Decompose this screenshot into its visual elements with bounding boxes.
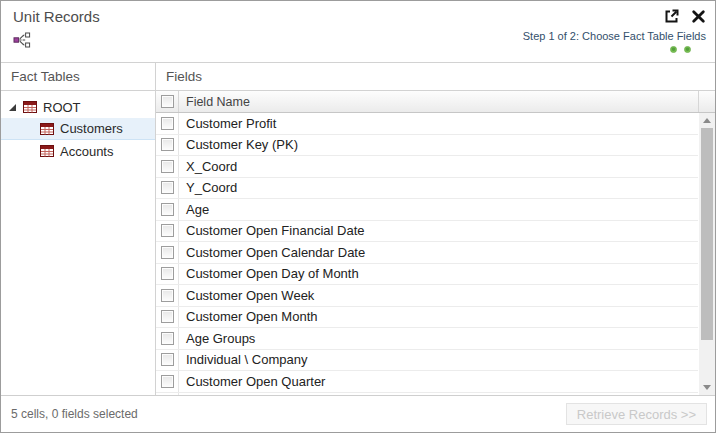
tree-item-label: Accounts — [60, 144, 113, 159]
field-name-label: Individual \ Company — [179, 350, 698, 371]
field-name-label: X_Coord — [179, 156, 698, 177]
checkbox-cell — [156, 242, 179, 263]
field-name-label: Y_Coord — [179, 178, 698, 199]
checkbox-cell — [156, 393, 179, 396]
main-area: Fact Tables ROOT — [1, 62, 715, 395]
fields-panel: Fields Field Name Customer Profit Custom… — [156, 63, 715, 395]
field-name-label: Customer Open Calendar Date — [179, 242, 698, 263]
field-checkbox[interactable] — [161, 353, 174, 366]
step-label: Step 1 of 2: Choose Fact Table Fields — [523, 30, 706, 42]
scrollbar-thumb[interactable] — [701, 128, 713, 340]
scroll-up-icon[interactable] — [699, 113, 715, 128]
tree-children: Customers Accounts — [1, 118, 155, 162]
dialog-header: Unit Records — [1, 1, 715, 62]
table-row[interactable]: Customer Open Quarter — [156, 371, 698, 393]
field-name-label — [179, 393, 698, 396]
field-checkbox[interactable] — [161, 375, 174, 388]
field-checkbox[interactable] — [161, 203, 174, 216]
share-network-icon[interactable] — [13, 32, 31, 48]
checkbox-cell — [156, 199, 179, 220]
fact-tables-panel-title: Fact Tables — [1, 63, 155, 91]
field-checkbox[interactable] — [161, 246, 174, 259]
field-name-label: Age Groups — [179, 328, 698, 349]
table-grid-icon — [23, 101, 37, 113]
checkbox-cell — [156, 135, 179, 156]
fields-panel-title: Fields — [156, 63, 715, 91]
page-title: Unit Records — [13, 8, 100, 25]
field-checkbox[interactable] — [161, 289, 174, 302]
table-grid-icon — [40, 123, 54, 135]
vertical-scrollbar[interactable] — [699, 113, 715, 395]
dialog-footer: 5 cells, 0 fields selected Retrieve Reco… — [1, 395, 715, 432]
checkbox-cell — [156, 264, 179, 285]
header-scroll-stub — [698, 91, 715, 112]
tree-item-root[interactable]: ROOT — [1, 96, 155, 118]
unit-records-dialog: Unit Records — [0, 0, 716, 433]
tree-item-label: ROOT — [43, 100, 81, 115]
field-rows: Customer Profit Customer Key (PK) X_Coor… — [156, 113, 698, 395]
fields-table-body: Customer Profit Customer Key (PK) X_Coor… — [156, 113, 715, 395]
field-checkbox[interactable] — [161, 224, 174, 237]
select-all-checkbox[interactable] — [161, 95, 174, 108]
fact-tables-panel: Fact Tables ROOT — [1, 63, 156, 395]
fact-tables-tree: ROOT Customers Accounts — [1, 91, 155, 162]
table-row[interactable]: Customer Open Financial Date — [156, 221, 698, 243]
field-checkbox[interactable] — [161, 332, 174, 345]
table-grid-icon — [40, 145, 54, 157]
field-checkbox[interactable] — [161, 181, 174, 194]
checkbox-cell — [156, 285, 179, 306]
table-row[interactable]: Y_Coord — [156, 178, 698, 200]
step-dots — [523, 46, 706, 53]
checkbox-cell — [156, 371, 179, 392]
step-dot-icon — [684, 46, 691, 53]
table-row[interactable]: Customer Profit — [156, 113, 698, 135]
open-external-icon[interactable] — [663, 8, 680, 25]
field-name-label: Customer Profit — [179, 113, 698, 134]
checkbox-cell — [156, 307, 179, 328]
tree-item[interactable]: Accounts — [1, 140, 155, 162]
table-row[interactable]: Customer Open Month — [156, 307, 698, 329]
step-indicator: Step 1 of 2: Choose Fact Table Fields — [523, 30, 706, 53]
fields-table-header: Field Name — [156, 91, 715, 113]
tree-expanded-icon[interactable] — [8, 103, 17, 112]
selection-status: 5 cells, 0 fields selected — [9, 407, 138, 421]
checkbox-cell — [156, 328, 179, 349]
checkbox-cell — [156, 156, 179, 177]
field-name-label: Customer Open Financial Date — [179, 221, 698, 242]
select-all-cell — [156, 91, 179, 112]
table-row[interactable]: Customer Open Calendar Date — [156, 242, 698, 264]
field-name-label: Customer Open Week — [179, 285, 698, 306]
checkbox-cell — [156, 221, 179, 242]
checkbox-cell — [156, 178, 179, 199]
table-row-partial[interactable] — [156, 393, 698, 396]
checkbox-cell — [156, 113, 179, 134]
table-row[interactable]: X_Coord — [156, 156, 698, 178]
scroll-down-icon[interactable] — [699, 380, 715, 395]
table-row[interactable]: Customer Open Day of Month — [156, 264, 698, 286]
field-name-label: Customer Open Quarter — [179, 371, 698, 392]
table-row[interactable]: Age — [156, 199, 698, 221]
field-checkbox[interactable] — [161, 267, 174, 280]
retrieve-records-button[interactable]: Retrieve Records >> — [566, 403, 707, 425]
table-row[interactable]: Individual \ Company — [156, 350, 698, 372]
field-name-label: Age — [179, 199, 698, 220]
field-checkbox[interactable] — [161, 138, 174, 151]
step-dot-icon — [670, 46, 677, 53]
table-row[interactable]: Customer Open Week — [156, 285, 698, 307]
tree-item-label: Customers — [60, 121, 123, 136]
field-name-label: Customer Key (PK) — [179, 135, 698, 156]
field-checkbox[interactable] — [161, 160, 174, 173]
field-checkbox[interactable] — [161, 310, 174, 323]
field-name-label: Customer Open Day of Month — [179, 264, 698, 285]
table-row[interactable]: Customer Key (PK) — [156, 135, 698, 157]
table-row[interactable]: Age Groups — [156, 328, 698, 350]
field-name-label: Customer Open Month — [179, 307, 698, 328]
close-icon[interactable] — [691, 9, 706, 24]
checkbox-cell — [156, 350, 179, 371]
field-name-column-header: Field Name — [179, 91, 698, 112]
field-checkbox[interactable] — [161, 117, 174, 130]
tree-item[interactable]: Customers — [1, 118, 155, 140]
